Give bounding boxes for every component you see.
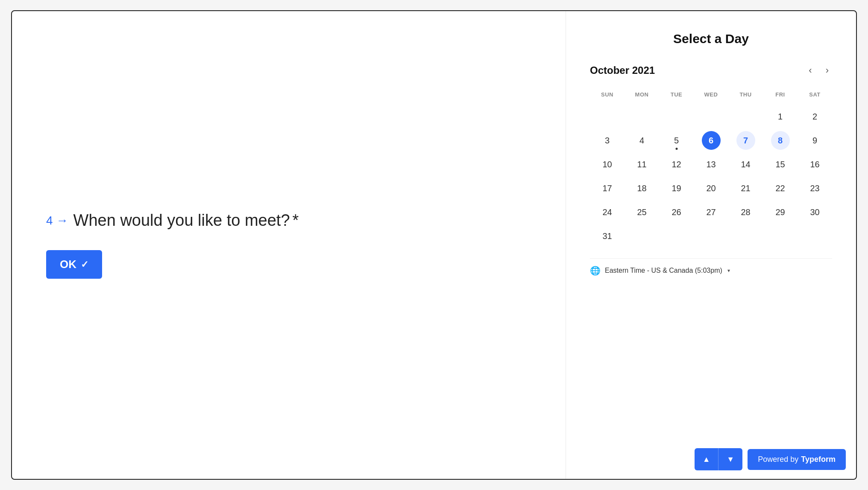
- day-12[interactable]: 12: [659, 152, 694, 176]
- globe-icon: 🌐: [590, 265, 601, 276]
- day-22[interactable]: 22: [763, 176, 798, 200]
- day-empty: [625, 224, 659, 248]
- checkmark-icon: ✓: [81, 259, 88, 270]
- day-empty: [694, 105, 728, 128]
- day-empty: [590, 105, 625, 128]
- day-header-thu: THU: [728, 88, 763, 105]
- day-9[interactable]: 9: [798, 128, 832, 152]
- timezone-row[interactable]: 🌐 Eastern Time - US & Canada (5:03pm) ▾: [590, 258, 832, 276]
- day-8[interactable]: 8: [763, 128, 798, 152]
- day-30[interactable]: 30: [798, 200, 832, 224]
- day-20[interactable]: 20: [694, 176, 728, 200]
- powered-by-light: Powered by: [758, 455, 798, 464]
- day-18[interactable]: 18: [625, 176, 659, 200]
- day-1[interactable]: 1: [763, 105, 798, 128]
- ok-label: OK: [60, 258, 76, 271]
- day-empty: [763, 224, 798, 248]
- question-number: 4→: [46, 214, 68, 228]
- day-24[interactable]: 24: [590, 200, 625, 224]
- nav-down-button[interactable]: ▼: [718, 448, 742, 470]
- day-31[interactable]: 31: [590, 224, 625, 248]
- right-panel: Select a Day October 2021 ‹ › SUN MON TU…: [566, 11, 856, 479]
- day-empty: [625, 105, 659, 128]
- day-27[interactable]: 27: [694, 200, 728, 224]
- question-text: When would you like to meet?*: [73, 211, 299, 230]
- day-13[interactable]: 13: [694, 152, 728, 176]
- day-26[interactable]: 26: [659, 200, 694, 224]
- day-header-fri: FRI: [763, 88, 798, 105]
- day-25[interactable]: 25: [625, 200, 659, 224]
- day-header-mon: MON: [625, 88, 659, 105]
- day-empty: [798, 224, 832, 248]
- powered-by-button[interactable]: Powered by Typeform: [748, 449, 846, 470]
- timezone-text: Eastern Time - US & Canada (5:03pm): [605, 267, 722, 274]
- day-header-wed: WED: [694, 88, 728, 105]
- up-arrow-icon: ▲: [703, 455, 710, 464]
- day-28[interactable]: 28: [728, 200, 763, 224]
- day-header-sun: SUN: [590, 88, 625, 105]
- day-4[interactable]: 4: [625, 128, 659, 152]
- question-arrow: →: [56, 214, 68, 228]
- day-15[interactable]: 15: [763, 152, 798, 176]
- day-21[interactable]: 21: [728, 176, 763, 200]
- day-2[interactable]: 2: [798, 105, 832, 128]
- ok-button[interactable]: OK ✓: [46, 250, 102, 279]
- day-11[interactable]: 11: [625, 152, 659, 176]
- down-arrow-icon: ▼: [727, 455, 734, 464]
- calendar-header: October 2021 ‹ ›: [590, 63, 832, 78]
- day-10[interactable]: 10: [590, 152, 625, 176]
- calendar-month: October 2021: [590, 64, 655, 76]
- day-17[interactable]: 17: [590, 176, 625, 200]
- day-empty: [728, 105, 763, 128]
- day-16[interactable]: 16: [798, 152, 832, 176]
- day-23[interactable]: 23: [798, 176, 832, 200]
- day-empty: [659, 224, 694, 248]
- day-header-sat: SAT: [798, 88, 832, 105]
- day-empty: [694, 224, 728, 248]
- day-5[interactable]: 5: [659, 128, 694, 152]
- calendar-nav-buttons: ‹ ›: [805, 63, 832, 78]
- question-number-text: 4: [46, 214, 53, 228]
- timezone-dropdown-arrow: ▾: [727, 268, 730, 274]
- calendar-grid: SUN MON TUE WED THU FRI SAT 1 2 3 4 5 6 …: [590, 88, 832, 248]
- day-19[interactable]: 19: [659, 176, 694, 200]
- day-14[interactable]: 14: [728, 152, 763, 176]
- left-panel: 4→ When would you like to meet?* OK ✓: [12, 11, 566, 479]
- day-empty: [659, 105, 694, 128]
- powered-by-bold: Typeform: [801, 455, 836, 464]
- question-label: 4→ When would you like to meet?*: [46, 211, 531, 230]
- main-container: 4→ When would you like to meet?* OK ✓ Se…: [11, 10, 857, 480]
- day-header-tue: TUE: [659, 88, 694, 105]
- day-6[interactable]: 6: [694, 128, 728, 152]
- nav-up-button[interactable]: ▲: [695, 448, 718, 470]
- prev-month-button[interactable]: ‹: [805, 63, 815, 78]
- day-7[interactable]: 7: [728, 128, 763, 152]
- nav-up-down: ▲ ▼: [695, 448, 742, 470]
- day-29[interactable]: 29: [763, 200, 798, 224]
- calendar-title: Select a Day: [590, 32, 832, 46]
- next-month-button[interactable]: ›: [822, 63, 832, 78]
- day-3[interactable]: 3: [590, 128, 625, 152]
- bottom-bar: ▲ ▼ Powered by Typeform: [684, 440, 856, 479]
- day-empty: [728, 224, 763, 248]
